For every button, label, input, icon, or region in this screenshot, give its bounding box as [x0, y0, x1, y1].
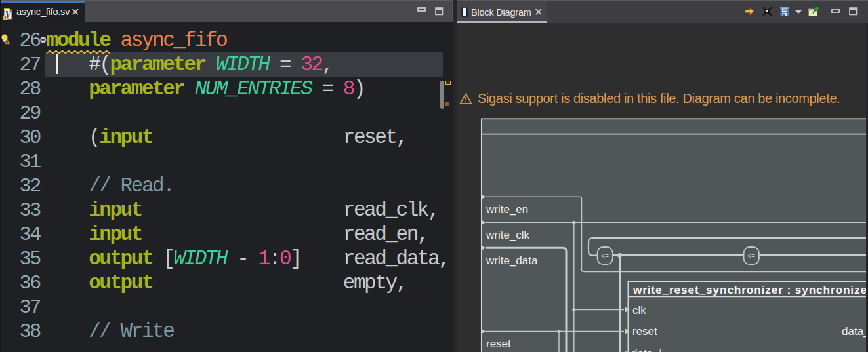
svg-text:<=: <= [747, 253, 755, 260]
svg-text:data_i: data_i [631, 347, 661, 352]
svg-text:<=: <= [601, 253, 609, 260]
svg-text:data_o: data_o [842, 325, 868, 338]
svg-text:reset: reset [632, 325, 657, 338]
svg-text:write_en: write_en [486, 203, 528, 216]
svg-text:write_clk: write_clk [486, 229, 530, 241]
svg-text:reset: reset [486, 338, 511, 350]
svg-text:clk: clk [632, 304, 646, 317]
svg-text:write_reset_synchronizer : syn: write_reset_synchronizer : synchronizer [632, 283, 868, 296]
svg-text:write_data: write_data [486, 254, 538, 267]
